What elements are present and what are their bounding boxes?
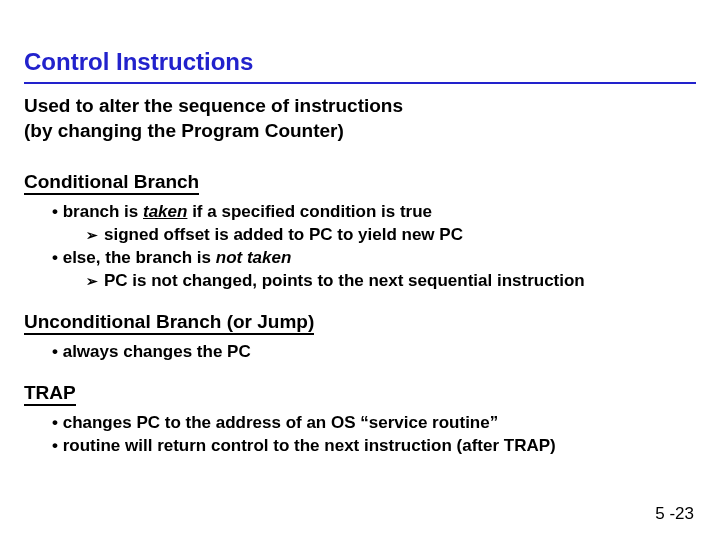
sub-bullets: PC is not changed, points to the next se…	[52, 270, 696, 293]
sub-bullets: signed offset is added to PC to yield ne…	[52, 224, 696, 247]
bullet-text: if a specified condition is true	[187, 202, 432, 221]
section-unconditional: Unconditional Branch (or Jump) always ch…	[24, 311, 696, 364]
bullet-text: routine will return control to the next …	[63, 436, 556, 455]
bullet-item: changes PC to the address of an OS “serv…	[52, 412, 696, 435]
intro-line-2: (by changing the Program Counter)	[24, 120, 344, 141]
bullet-item: branch is taken if a specified condition…	[52, 201, 696, 247]
section-conditional: Conditional Branch branch is taken if a …	[24, 171, 696, 293]
bullets-unconditional: always changes the PC	[24, 341, 696, 364]
heading-conditional: Conditional Branch	[24, 171, 199, 195]
intro-text: Used to alter the sequence of instructio…	[24, 94, 696, 143]
bullets-conditional: branch is taken if a specified condition…	[24, 201, 696, 293]
bullets-trap: changes PC to the address of an OS “serv…	[24, 412, 696, 458]
bullet-text: branch is	[63, 202, 143, 221]
sub-bullet-text: PC is not changed, points to the next se…	[104, 271, 585, 290]
bullet-text: else, the branch is	[63, 248, 216, 267]
section-trap: TRAP changes PC to the address of an OS …	[24, 382, 696, 458]
heading-unconditional: Unconditional Branch (or Jump)	[24, 311, 314, 335]
intro-line-1: Used to alter the sequence of instructio…	[24, 95, 403, 116]
page-number: 5 -23	[655, 504, 694, 524]
bullet-item: else, the branch is not taken PC is not …	[52, 247, 696, 293]
sub-bullet-text: signed offset is added to PC to yield ne…	[104, 225, 463, 244]
bullet-item: routine will return control to the next …	[52, 435, 696, 458]
emphasis-taken: taken	[143, 202, 187, 221]
sub-bullet-item: signed offset is added to PC to yield ne…	[86, 224, 696, 247]
emphasis-not-taken: not taken	[216, 248, 292, 267]
sub-bullet-item: PC is not changed, points to the next se…	[86, 270, 696, 293]
bullet-text: always changes the PC	[63, 342, 251, 361]
bullet-item: always changes the PC	[52, 341, 696, 364]
slide: Control Instructions Used to alter the s…	[0, 0, 720, 540]
bullet-text: changes PC to the address of an OS “serv…	[63, 413, 499, 432]
slide-title: Control Instructions	[24, 48, 696, 84]
heading-trap: TRAP	[24, 382, 76, 406]
